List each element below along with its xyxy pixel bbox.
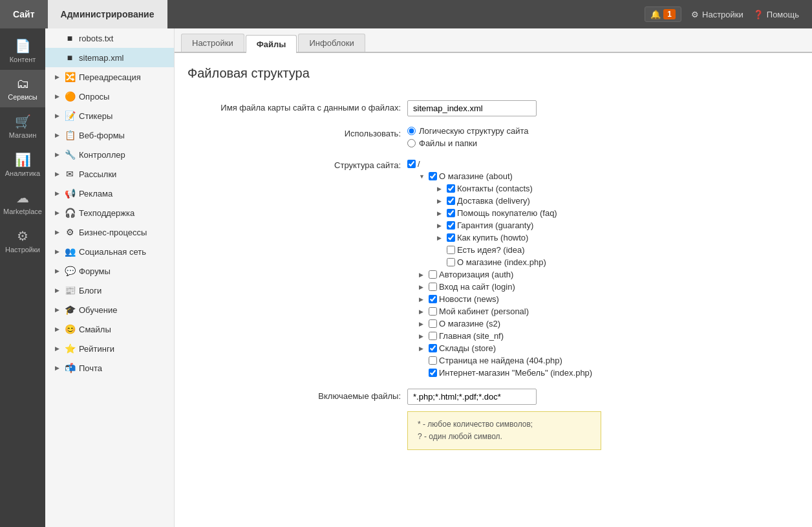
forums-label: Форумы	[79, 266, 111, 276]
checkbox-contacts[interactable]	[447, 184, 455, 193]
checkbox-howto[interactable]	[447, 233, 455, 242]
settings-label: Настройки	[702, 10, 743, 19]
bell-icon: 🔔	[650, 10, 661, 19]
forums-icon: 💬	[65, 266, 75, 276]
sidebar2-polls[interactable]: ▶ 🟠 Опросы	[45, 87, 174, 106]
radio-logical[interactable]: Логическую структуру сайта	[407, 126, 799, 136]
sidebar-item-services[interactable]: 🗂 Сервисы	[0, 70, 45, 107]
support-icon: 🎧	[65, 208, 75, 218]
sidebar2-bizproc[interactable]: ▶ ⚙ Бизнес-процессы	[45, 222, 174, 242]
sidebar2-stickers[interactable]: ▶ 📝 Стикеры	[45, 106, 174, 125]
tree-item-howto: ▶ Как купить (howto)	[437, 231, 799, 244]
tree-item-guaranty: ▶ Гарантия (guaranty)	[437, 219, 799, 231]
file-name-control	[407, 100, 799, 116]
sidebar2-smiles[interactable]: ▶ 😊 Смайлы	[45, 319, 174, 339]
toggle-personal[interactable]: ▶	[419, 308, 427, 315]
sidebar2-ratings[interactable]: ▶ ⭐ Рейтинги	[45, 339, 174, 358]
ratings-label: Рейтинги	[79, 344, 114, 354]
checkbox-about-index[interactable]	[447, 258, 455, 266]
checkbox-personal[interactable]	[429, 307, 437, 316]
radio-files[interactable]: Файлы и папки	[407, 138, 799, 148]
tab-settings[interactable]: Настройки	[181, 34, 244, 52]
label-news: Новости (news)	[439, 294, 499, 304]
sidebar2-mail[interactable]: ▶ 📬 Почта	[45, 358, 174, 378]
tree-root: /	[407, 158, 799, 170]
sidebar2-redirect[interactable]: ▶ 🔀 Переадресация	[45, 67, 174, 87]
toggle-login[interactable]: ▶	[419, 284, 427, 290]
sidebar-item-settings-label: Настройки	[5, 246, 40, 253]
sidebar2-learning[interactable]: ▶ 🎓 Обучение	[45, 300, 174, 319]
sidebar-item-settings[interactable]: ⚙ Настройки	[0, 222, 45, 260]
include-files-input[interactable]	[407, 389, 537, 405]
redirect-icon: 🔀	[65, 72, 75, 82]
structure-label: Структура сайта:	[187, 158, 407, 170]
sidebar2-social[interactable]: ▶ 👥 Социальная сеть	[45, 242, 174, 261]
arrow-icon-mail: ▶	[55, 365, 59, 371]
checkbox-idea[interactable]	[447, 246, 455, 254]
checkbox-news[interactable]	[429, 295, 437, 303]
mail-icon: 📬	[65, 363, 75, 373]
sidebar-item-marketplace[interactable]: ☁ Marketplace	[0, 184, 45, 222]
redirect-label: Переадресация	[79, 72, 141, 82]
checkbox-about[interactable]	[429, 172, 437, 180]
sidebar2-robots[interactable]: ■ robots.txt	[45, 28, 174, 48]
mail-label: Почта	[79, 363, 102, 373]
sidebar-item-analytics[interactable]: 📊 Аналитика	[0, 145, 45, 184]
help-button[interactable]: ❓ Помощь	[753, 10, 799, 19]
checkbox-faq[interactable]	[447, 209, 455, 217]
toggle-contacts[interactable]: ▶	[437, 186, 445, 192]
checkbox-login[interactable]	[429, 283, 437, 291]
blogs-icon: 📰	[65, 285, 75, 296]
checkbox-delivery[interactable]	[447, 197, 455, 205]
checkbox-s2[interactable]	[429, 319, 437, 328]
toggle-delivery[interactable]: ▶	[437, 198, 445, 204]
toggle-sitenf[interactable]: ▶	[419, 333, 427, 339]
toggle-store[interactable]: ▶	[419, 345, 427, 352]
admin-tab[interactable]: Администрирование	[48, 0, 167, 28]
radio-files-input[interactable]	[407, 139, 416, 147]
file-name-input[interactable]	[407, 100, 537, 116]
tree-item-personal: ▶ Мой кабинет (personal)	[419, 305, 799, 317]
sidebar2-ads[interactable]: ▶ 📢 Реклама	[45, 184, 174, 203]
note-line2: ? - один любой символ.	[418, 431, 591, 443]
notifications-button[interactable]: 🔔 1	[645, 6, 681, 22]
sidebar: 📄 Контент 🗂 Сервисы 🛒 Магазин 📊 Аналитик…	[0, 28, 45, 527]
checkbox-guaranty[interactable]	[447, 221, 455, 230]
tab-files[interactable]: Файлы	[246, 35, 297, 53]
file-name-row: Имя файла карты сайта с данными о файлах…	[187, 100, 799, 116]
root-checkbox[interactable]	[407, 160, 416, 168]
sidebar2-blogs[interactable]: ▶ 📰 Блоги	[45, 281, 174, 300]
label-guaranty: Гарантия (guaranty)	[457, 220, 533, 230]
checkbox-sitenf[interactable]	[429, 332, 437, 340]
sidebar-item-services-label: Сервисы	[8, 93, 37, 101]
sidebar-item-content[interactable]: 📄 Контент	[0, 32, 45, 70]
sidebar2-sitemap[interactable]: ■ sitemap.xml	[45, 48, 174, 67]
toggle-faq[interactable]: ▶	[437, 210, 445, 217]
radio-logical-input[interactable]	[407, 127, 416, 135]
toggle-guaranty[interactable]: ▶	[437, 222, 445, 229]
toggle-news[interactable]: ▶	[419, 296, 427, 303]
toggle-s2[interactable]: ▶	[419, 321, 427, 327]
checkbox-404[interactable]	[429, 356, 437, 365]
tree-item-contacts: ▶ Контакты (contacts)	[437, 182, 799, 195]
checkbox-auth[interactable]	[429, 270, 437, 279]
checkbox-store[interactable]	[429, 344, 437, 352]
sidebar2-webforms[interactable]: ▶ 📋 Веб-формы	[45, 125, 174, 145]
toggle-howto[interactable]: ▶	[437, 235, 445, 241]
arrow-icon-support: ▶	[55, 210, 59, 216]
sidebar2-forums[interactable]: ▶ 💬 Форумы	[45, 261, 174, 281]
use-label: Использовать:	[187, 126, 407, 138]
ads-icon: 📢	[65, 188, 75, 199]
checkbox-index[interactable]	[429, 369, 437, 377]
sitemap-icon: ■	[65, 52, 75, 63]
sidebar-item-shop[interactable]: 🛒 Магазин	[0, 107, 45, 145]
site-tab[interactable]: Сайт	[0, 0, 48, 28]
toggle-auth[interactable]: ▶	[419, 272, 427, 278]
tab-infoblocks[interactable]: Инфоблоки	[298, 34, 365, 52]
sidebar2-support[interactable]: ▶ 🎧 Техподдержка	[45, 203, 174, 222]
settings-button[interactable]: ⚙ Настройки	[691, 10, 743, 19]
sidebar2-controller[interactable]: ▶ 🔧 Контроллер	[45, 145, 174, 164]
sidebar2-mailing[interactable]: ▶ ✉ Рассылки	[45, 164, 174, 184]
toggle-about[interactable]: ▼	[419, 173, 427, 180]
site-tab-label: Сайт	[13, 9, 35, 19]
